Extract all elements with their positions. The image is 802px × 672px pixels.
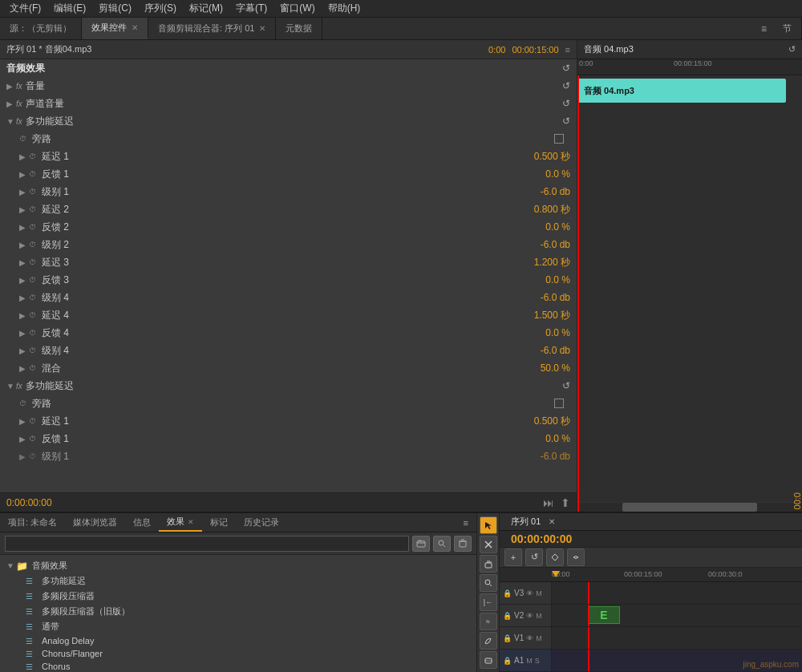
seq-tab[interactable]: 序列 01 [506, 514, 545, 529]
mute-v1[interactable]: M [536, 634, 542, 642]
delay4-expand[interactable]: ▶ [19, 311, 29, 320]
tab-effects-ctrl[interactable]: 效果控件 ✕ [82, 18, 148, 39]
delay3-value[interactable]: 1.200 秒 [506, 256, 570, 269]
eye-v1[interactable]: 👁 [526, 634, 533, 642]
stopwatch-delay1[interactable]: ⏱ [29, 152, 40, 160]
level4a-expand[interactable]: ▶ [19, 293, 29, 302]
feedback1b-expand[interactable]: ▶ [19, 435, 29, 443]
level4b-value[interactable]: -6.0 db [506, 345, 570, 356]
seq-tool-add-edit[interactable]: + [504, 549, 522, 566]
level2-row[interactable]: ▶ ⏱ 级别 2 -6.0 db [0, 236, 577, 253]
tab-effects-x[interactable]: ✕ [188, 518, 194, 526]
feedback2-expand[interactable]: ▶ [19, 223, 29, 232]
stopwatch-delay3[interactable]: ⏱ [29, 258, 40, 266]
feedback2-row[interactable]: ▶ ⏱ 反馈 2 0.0 % [0, 218, 577, 236]
level2-value[interactable]: -6.0 db [506, 239, 570, 250]
feedback2-value[interactable]: 0.0 % [506, 221, 570, 233]
stopwatch-fb3[interactable]: ⏱ [29, 276, 40, 284]
level4a-value[interactable]: -6.0 db [506, 292, 570, 303]
tool-select[interactable] [480, 516, 497, 534]
bypass2-row[interactable]: ⏱ 旁路 [0, 395, 577, 412]
stopwatch-lv4a[interactable]: ⏱ [29, 293, 40, 302]
tab-media-browser[interactable]: 媒体浏览器 [65, 513, 125, 532]
item-multidelay[interactable]: ☰ 多功能延迟 [0, 573, 476, 589]
stopwatch-fb4[interactable]: ⏱ [29, 329, 40, 337]
tab-options-btn[interactable]: ≡ [755, 18, 773, 39]
menu-help[interactable]: 帮助(H) [322, 0, 367, 17]
item-bandpass[interactable]: ☰ 通带 [0, 619, 476, 634]
reset-multidelay2-icon[interactable]: ↺ [562, 380, 570, 391]
tab-metadata[interactable]: 元数据 [276, 18, 322, 39]
reset-timeline-icon[interactable]: ↺ [788, 44, 796, 55]
track-v3-content[interactable] [552, 582, 802, 604]
mute-v3[interactable]: M [536, 589, 542, 597]
delay2-expand[interactable]: ▶ [19, 205, 29, 214]
level2-expand[interactable]: ▶ [19, 241, 29, 249]
delete-btn[interactable] [454, 536, 472, 552]
tool-rate[interactable]: ≈ [480, 613, 497, 630]
level4a-row[interactable]: ▶ ⏱ 级别 4 -6.0 db [0, 289, 577, 306]
tool-hand2[interactable] [480, 651, 497, 669]
lock-v2[interactable]: 🔒 [503, 612, 512, 620]
delay4-row[interactable]: ▶ ⏱ 延迟 4 1.500 秒 [0, 306, 577, 324]
v2-clip[interactable]: E [588, 606, 620, 624]
mute-a1[interactable]: M [526, 657, 533, 665]
new-folder-btn[interactable] [412, 536, 430, 552]
delay1-row[interactable]: ▶ ⏱ 延迟 1 0.500 秒 [0, 148, 577, 165]
find-btn[interactable] [433, 536, 451, 552]
feedback4-row[interactable]: ▶ ⏱ 反馈 4 0.0 % [0, 324, 577, 342]
multidelay2-header[interactable]: ▼ fx 多功能延迟 ↺ [0, 377, 577, 395]
stopwatch-mix[interactable]: ⏱ [29, 364, 40, 372]
delay3-row[interactable]: ▶ ⏱ 延迟 3 1.200 秒 [0, 253, 577, 271]
tool-hand[interactable] [480, 555, 497, 573]
feedback1-row[interactable]: ▶ ⏱ 反馈 1 0.0 % [0, 165, 577, 183]
delay2-value[interactable]: 0.800 秒 [506, 203, 570, 217]
tool-zoom[interactable] [480, 574, 497, 592]
delay1b-expand[interactable]: ▶ [19, 417, 29, 426]
tab-effects-close[interactable]: ✕ [132, 23, 138, 32]
lock-a1[interactable]: 🔒 [503, 657, 512, 665]
delay4-value[interactable]: 1.500 秒 [506, 309, 570, 322]
reset-multidelay1-icon[interactable]: ↺ [562, 115, 570, 127]
stopwatch-fb1b[interactable]: ⏱ [29, 435, 40, 443]
level1-expand[interactable]: ▶ [19, 188, 29, 196]
stopwatch-lv1b[interactable]: ⏱ [29, 452, 40, 460]
tab-history[interactable]: 历史记录 [236, 513, 287, 532]
lock-v3[interactable]: 🔒 [503, 589, 512, 597]
multidelay1-toggle[interactable]: ▼ [6, 117, 16, 126]
timeline-scrollbar[interactable] [577, 502, 802, 512]
feedback1-value[interactable]: 0.0 % [506, 168, 570, 180]
item-multicomp-old[interactable]: ☰ 多频段压缩器（旧版） [0, 604, 476, 619]
play-to-out-btn[interactable]: ⏭ [543, 496, 554, 509]
multidelay1-header[interactable]: ▼ fx 多功能延迟 ↺ [0, 112, 577, 130]
level1-value[interactable]: -6.0 db [506, 186, 570, 197]
tab-mixer-close[interactable]: ✕ [259, 24, 265, 33]
menu-marker[interactable]: 标记(M) [183, 0, 229, 17]
stopwatch-fb2[interactable]: ⏱ [29, 223, 40, 231]
menu-clip[interactable]: 剪辑(C) [92, 0, 138, 17]
delay1b-value[interactable]: 0.500 秒 [506, 415, 570, 428]
stopwatch-fb1[interactable]: ⏱ [29, 170, 40, 178]
item-chorus-flanger[interactable]: ☰ Chorus/Flanger [0, 647, 476, 660]
feedback4-expand[interactable]: ▶ [19, 329, 29, 338]
feedback3-expand[interactable]: ▶ [19, 276, 29, 285]
panel-options-btn[interactable]: ≡ [456, 513, 476, 532]
delay3-expand[interactable]: ▶ [19, 258, 29, 267]
menu-edit[interactable]: 编辑(E) [47, 0, 92, 17]
stopwatch-lv1[interactable]: ⏱ [29, 188, 40, 196]
feedback1b-value[interactable]: 0.0 % [506, 433, 570, 444]
tab-info[interactable]: 信息 [125, 513, 159, 532]
feedback1-expand[interactable]: ▶ [19, 170, 29, 179]
level1b-value[interactable]: -6.0 db [506, 451, 570, 462]
volume-toggle[interactable]: ▶ [6, 82, 16, 91]
tab-audio-mixer[interactable]: 音频剪辑混合器: 序列 01 ✕ [148, 18, 276, 39]
lock-v1[interactable]: 🔒 [503, 634, 512, 642]
stopwatch-delay1b[interactable]: ⏱ [29, 417, 40, 425]
menu-file[interactable]: 文件(F) [3, 0, 47, 17]
audio-effects-folder[interactable]: ▼ 📁 音频效果 [0, 558, 476, 573]
mix-expand[interactable]: ▶ [19, 364, 29, 373]
eye-v3[interactable]: 👁 [526, 589, 533, 597]
delay1-value[interactable]: 0.500 秒 [506, 150, 570, 164]
stopwatch-bypass2[interactable]: ⏱ [19, 399, 30, 407]
mute-v2[interactable]: M [536, 612, 542, 620]
